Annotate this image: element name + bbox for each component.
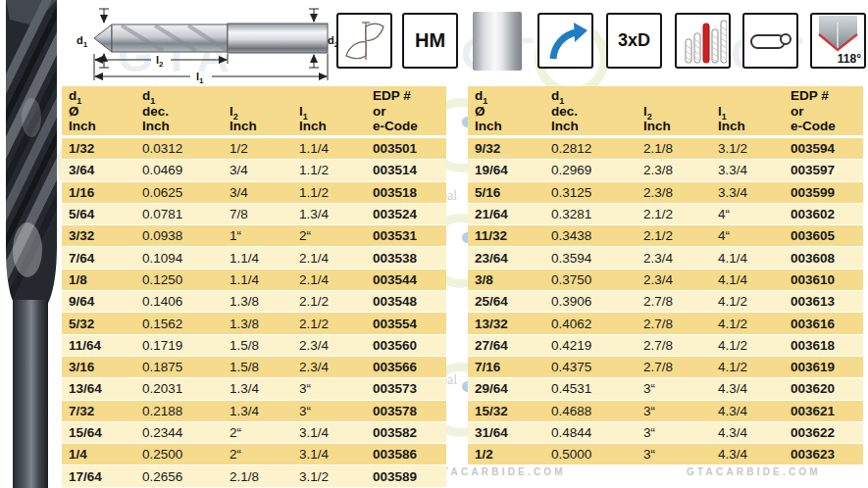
cell-l1-inch: 2.1/2 (292, 294, 366, 309)
label-l2-sub: 2 (159, 60, 164, 69)
cell-edp: 003619 (784, 360, 863, 374)
cell-l1-inch: 1.1/2 (292, 185, 366, 200)
cell-d1-inch: 13/64 (62, 381, 135, 396)
cell-d1-inch: 1/16 (62, 185, 135, 200)
cell-d1-dec: 0.0312 (135, 141, 223, 156)
cell-l1-inch: 3“ (292, 404, 366, 418)
watermark-site-url: GTACARBIDE.COM (432, 466, 566, 477)
cell-d1-dec: 0.4375 (544, 360, 637, 374)
right-hand-cut-arrow-icon (537, 13, 593, 69)
cell-edp: 003613 (784, 294, 863, 309)
cell-edp: 003623 (784, 447, 863, 462)
cell-l1-inch: 3“ (292, 381, 366, 396)
cell-d1-inch: 17/64 (62, 469, 135, 484)
table-row: 23/640.35942.3/44.1/4003608 (468, 246, 863, 268)
blank-outline-icon (747, 18, 794, 65)
dimension-diagram: d1 d2 l2 l1 (65, 2, 344, 86)
cell-l1-inch: 2.1/4 (292, 251, 366, 266)
table-row: 31/640.48443“4.3/4003622 (468, 421, 863, 443)
label-l1-sub: 1 (199, 76, 204, 85)
3xd-label: 3xD (618, 30, 650, 51)
cell-d1-dec: 0.3750 (544, 272, 637, 287)
size-table-left: d1ØInchd1dec.Inch l2Inch l1InchEDP #ore-… (62, 86, 446, 487)
cell-d1-inch: 9/64 (62, 294, 135, 309)
cell-l1-inch: 3.1/2 (711, 141, 784, 156)
column-header: l1Inch (292, 86, 366, 135)
cell-d1-dec: 0.2656 (135, 469, 223, 484)
table-row: 3/160.18751.5/82.3/4003566 (62, 356, 446, 377)
cell-l2-inch: 1.3/4 (223, 404, 292, 418)
table-row: 5/160.31252.3/83.3/4003599 (468, 181, 863, 203)
cell-edp: 003560 (366, 338, 446, 353)
table-row: 7/320.21881.3/43“003578 (62, 400, 446, 421)
cell-d1-inch: 3/16 (62, 360, 135, 374)
cell-d1-inch: 9/32 (468, 141, 544, 156)
cell-d1-inch: 1/2 (468, 447, 544, 462)
cell-d1-inch: 3/64 (62, 163, 135, 177)
cell-d1-inch: 15/64 (62, 425, 135, 440)
cell-d1-dec: 0.2031 (135, 381, 223, 396)
cell-l1-inch: 1.1/2 (292, 163, 366, 177)
cell-d1-dec: 0.2969 (544, 163, 637, 177)
cell-d1-dec: 0.1875 (135, 360, 223, 374)
cell-edp: 003566 (366, 360, 446, 374)
cell-edp: 003514 (366, 163, 446, 177)
cell-d1-dec: 0.4531 (544, 381, 637, 396)
table-row: 13/320.40622.7/84.1/2003616 (468, 312, 863, 333)
cell-l1-inch: 2.3/4 (292, 338, 366, 353)
spiral-direction-arrow (542, 18, 589, 65)
cell-l2-inch: 2“ (223, 425, 292, 440)
cell-l2-inch: 2.7/8 (637, 317, 711, 331)
cell-d1-inch: 23/64 (468, 251, 544, 266)
cell-d1-inch: 7/32 (62, 404, 135, 418)
column-header: EDP #ore-Code (784, 86, 863, 135)
cell-l1-inch: 1.1/4 (292, 141, 366, 156)
cell-edp: 003616 (784, 317, 863, 331)
cell-d1-dec: 0.3125 (544, 185, 637, 200)
cell-d1-inch: 25/64 (468, 294, 544, 309)
cell-d1-dec: 0.4219 (544, 338, 637, 353)
cell-d1-inch: 27/64 (468, 338, 544, 353)
cell-l1-inch: 4.1/4 (711, 251, 784, 266)
cell-l1-inch: 3.3/4 (711, 185, 784, 200)
cell-l2-inch: 1.5/8 (223, 338, 292, 353)
cell-d1-dec: 0.1562 (135, 317, 223, 331)
cell-l1-inch: 2.1/4 (292, 272, 366, 287)
cell-d1-inch: 1/8 (62, 272, 135, 287)
table-row: 15/320.46883“4.3/4003621 (468, 400, 863, 421)
cell-d1-inch: 11/64 (62, 338, 135, 353)
flute-length-icon: 3xD (606, 13, 662, 69)
table-row: 1/320.03121/21.1/4003501 (62, 137, 446, 159)
cell-edp: 003524 (366, 207, 446, 221)
cell-d1-inch: 21/64 (468, 207, 544, 221)
point-angle-icon: 118° (810, 13, 866, 69)
column-header: l2Inch (637, 86, 711, 135)
cell-d1-inch: 7/16 (468, 360, 544, 374)
cell-l2-inch: 2“ (223, 447, 292, 462)
column-header: d1ØInch (62, 86, 135, 135)
cell-d1-dec: 0.0469 (135, 163, 223, 177)
point-geometry-icon (336, 13, 392, 69)
cell-l2-inch: 3/4 (223, 185, 292, 200)
cell-l2-inch: 2.7/8 (637, 338, 711, 353)
cell-l2-inch: 2.7/8 (637, 294, 711, 309)
table-header-row: d1ØInchd1dec.Inch l2Inch l1InchEDP #ore-… (62, 86, 446, 137)
cell-l2-inch: 2.3/4 (637, 272, 711, 287)
table-row: 1/40.25002“3.1/4003586 (62, 443, 446, 464)
column-header: l2Inch (223, 86, 292, 135)
table-row: 27/640.42192.7/84.1/2003618 (468, 334, 863, 356)
table-row: 5/320.15621.3/82.1/2003554 (62, 312, 446, 333)
cell-l2-inch: 3“ (637, 425, 711, 440)
plain-shank-icon (469, 11, 525, 71)
cell-d1-dec: 0.4062 (544, 317, 637, 331)
cell-d1-inch: 29/64 (468, 381, 544, 396)
table-row: 15/640.23442“3.1/4003582 (62, 421, 446, 443)
cell-l2-inch: 3“ (637, 447, 711, 462)
cell-edp: 003622 (784, 425, 863, 440)
cell-d1-dec: 0.2188 (135, 404, 223, 418)
cell-d1-inch: 31/64 (468, 425, 544, 440)
svg-text:l2: l2 (156, 54, 164, 69)
cell-l1-inch: 2“ (292, 228, 366, 243)
cell-l1-inch: 4.1/2 (711, 338, 784, 353)
label-d2: d (328, 34, 334, 46)
